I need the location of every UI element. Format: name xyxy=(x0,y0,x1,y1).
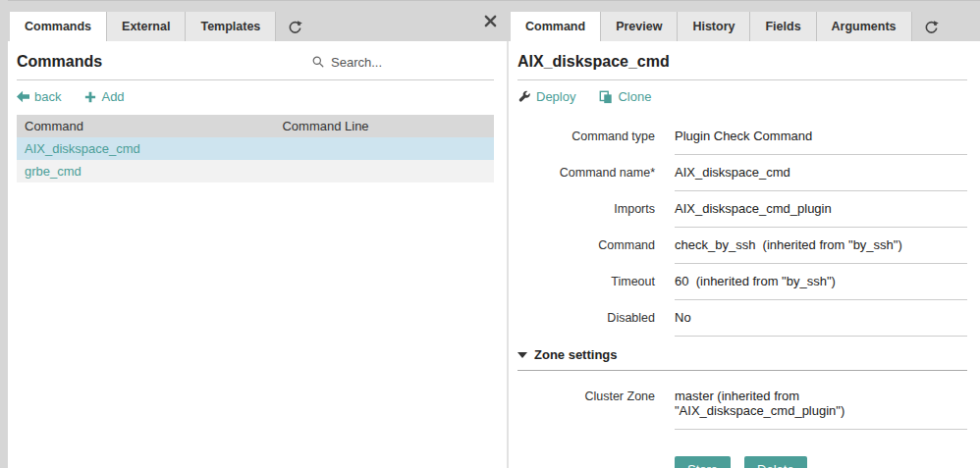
plus-icon xyxy=(84,91,96,103)
zone-settings-fields: Cluster Zone master (inherited from "AIX… xyxy=(517,371,967,430)
tab-fields[interactable]: Fields xyxy=(750,12,816,41)
close-icon xyxy=(484,15,497,27)
field-label: Command xyxy=(517,232,655,252)
field-label: Command name* xyxy=(517,159,655,180)
left-panel-header: Commands xyxy=(17,41,494,80)
clone-icon xyxy=(599,90,613,104)
column-header-command[interactable]: Command xyxy=(17,115,274,137)
right-action-row: Deploy Clone xyxy=(517,80,967,115)
table-row[interactable]: grbe_cmd xyxy=(17,160,494,182)
chevron-down-icon xyxy=(517,352,527,358)
tab-history[interactable]: History xyxy=(678,12,750,41)
left-panel: Commands External Templates Commands xyxy=(8,0,507,468)
delete-button[interactable]: Delete xyxy=(744,456,807,468)
refresh-icon xyxy=(924,20,939,34)
search-icon xyxy=(312,56,324,68)
tab-external[interactable]: External xyxy=(107,12,186,41)
back-link[interactable]: back xyxy=(17,89,61,104)
refresh-button[interactable] xyxy=(276,12,314,41)
add-link[interactable]: Add xyxy=(84,89,124,104)
left-tabbar: Commands External Templates xyxy=(8,0,507,41)
field-label: Imports xyxy=(517,195,655,216)
tab-preview[interactable]: Preview xyxy=(601,12,678,41)
deploy-link[interactable]: Deploy xyxy=(517,89,575,104)
search-input[interactable] xyxy=(329,54,494,71)
field-label: Cluster Zone xyxy=(517,383,655,403)
refresh-button[interactable] xyxy=(912,12,951,41)
refresh-icon xyxy=(288,20,302,34)
left-content: Commands back xyxy=(8,41,507,468)
field-label: Command type xyxy=(517,123,655,143)
clone-label: Clone xyxy=(618,89,651,104)
left-action-row: back Add xyxy=(17,80,494,115)
clone-link[interactable]: Clone xyxy=(599,89,651,104)
command-name-input[interactable]: AIX_diskspace_cmd xyxy=(675,159,967,191)
field-imports: Imports AIX_diskspace_cmd_plugin xyxy=(517,195,967,228)
field-disabled: Disabled No xyxy=(517,304,967,337)
disabled-select[interactable]: No xyxy=(675,304,967,337)
deploy-label: Deploy xyxy=(536,89,575,104)
right-panel-header: AIX_diskspace_cmd xyxy=(517,41,967,80)
tab-arguments[interactable]: Arguments xyxy=(817,12,912,41)
right-tabbar: Command Preview History Fields Arguments xyxy=(509,0,980,41)
field-label: Disabled xyxy=(517,304,655,325)
field-command: Command check_by_ssh (inherited from "by… xyxy=(517,232,967,264)
close-panel-button[interactable] xyxy=(484,0,497,41)
field-label: Timeout xyxy=(517,268,655,288)
zone-settings-section-toggle[interactable]: Zone settings xyxy=(517,340,967,371)
right-panel: Command Preview History Fields Arguments… xyxy=(509,0,980,468)
column-header-command-line[interactable]: Command Line xyxy=(274,115,494,137)
wrench-icon xyxy=(517,90,531,104)
command-link[interactable]: grbe_cmd xyxy=(25,164,82,179)
table-row[interactable]: AIX_diskspace_cmd xyxy=(17,137,494,160)
left-edge-rail xyxy=(0,0,8,468)
tab-templates[interactable]: Templates xyxy=(186,12,276,41)
field-command-name: Command name* AIX_diskspace_cmd xyxy=(517,159,967,191)
cluster-zone-select[interactable]: master (inherited from "AIX_diskspace_cm… xyxy=(675,383,967,430)
field-timeout: Timeout 60 (inherited from "by_ssh") xyxy=(517,268,967,300)
command-link[interactable]: AIX_diskspace_cmd xyxy=(25,141,140,156)
commands-table: Command Command Line AIX_diskspace_cmd g… xyxy=(17,115,494,182)
command-type-select[interactable]: Plugin Check Command xyxy=(675,123,967,155)
imports-input[interactable]: AIX_diskspace_cmd_plugin xyxy=(675,195,967,228)
field-command-type: Command type Plugin Check Command xyxy=(517,123,967,155)
field-cluster-zone: Cluster Zone master (inherited from "AIX… xyxy=(517,383,967,430)
timeout-input[interactable]: 60 (inherited from "by_ssh") xyxy=(675,268,967,300)
command-line-cell xyxy=(274,137,494,160)
store-button[interactable]: Store xyxy=(675,456,731,468)
arrow-left-icon xyxy=(17,90,29,103)
table-header-row: Command Command Line xyxy=(17,115,494,137)
right-content: AIX_diskspace_cmd Deploy Clone xyxy=(509,41,980,468)
command-line-cell xyxy=(274,160,494,182)
add-label: Add xyxy=(101,89,124,104)
section-title: Zone settings xyxy=(534,347,618,362)
back-label: back xyxy=(34,89,61,104)
search-box[interactable] xyxy=(312,54,494,71)
page-title: Commands xyxy=(17,53,102,71)
tab-commands[interactable]: Commands xyxy=(10,12,107,41)
object-title: AIX_diskspace_cmd xyxy=(517,53,670,71)
tab-command[interactable]: Command xyxy=(511,12,601,41)
form-buttons: Store Delete xyxy=(675,456,967,468)
command-input[interactable]: check_by_ssh (inherited from "by_ssh") xyxy=(675,232,967,264)
command-form: Command type Plugin Check Command Comman… xyxy=(517,115,967,468)
